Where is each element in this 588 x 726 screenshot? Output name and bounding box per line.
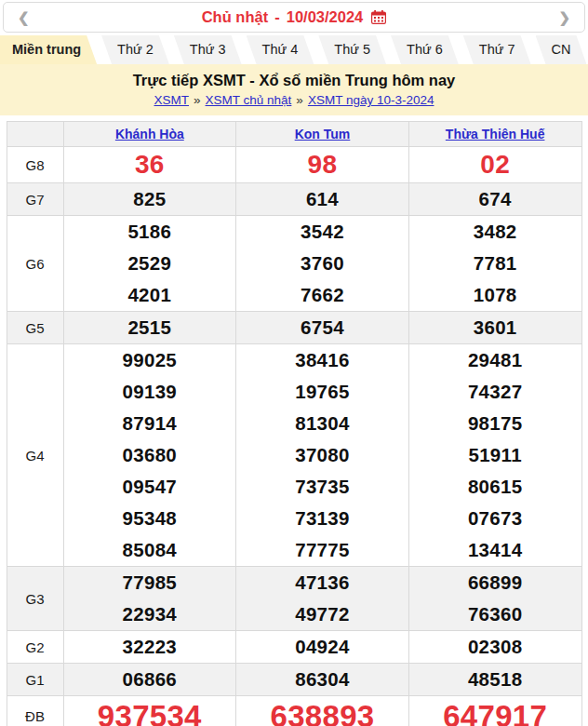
result-value: 37080	[236, 439, 408, 471]
result-cell: 3601	[408, 312, 581, 344]
prize-row-g2: G2322230492402308	[7, 631, 581, 664]
tab-thứ-7[interactable]: Thứ 7	[463, 35, 531, 64]
result-value: 66899	[409, 567, 581, 598]
result-value: 76360	[409, 598, 581, 630]
tab-thứ-3[interactable]: Thứ 3	[174, 35, 242, 64]
result-cell: 29481743279817551911806150767313414	[408, 344, 581, 567]
result-value: 03680	[64, 439, 236, 471]
tab-thứ-2[interactable]: Thứ 2	[101, 35, 169, 64]
prize-label: G3	[7, 567, 63, 631]
date-separator: -	[274, 8, 280, 26]
tab-cn[interactable]: CN	[536, 35, 587, 64]
prize-row-g8: G8369802	[7, 147, 581, 183]
province-link[interactable]: Thừa Thiên Huế	[446, 127, 545, 141]
result-value: 98175	[409, 408, 581, 439]
result-value: 29481	[409, 344, 581, 376]
prize-label: ĐB	[7, 696, 63, 726]
result-value: 3601	[409, 312, 581, 343]
prize-row-g7: G7825614674	[7, 183, 581, 216]
province-link[interactable]: Kon Tum	[295, 127, 351, 141]
breadcrumb-link[interactable]: XSMT	[154, 93, 190, 107]
prev-day-arrow-icon[interactable]: ❮	[18, 9, 30, 26]
result-cell: 937534	[63, 696, 236, 726]
tab-thứ-4[interactable]: Thứ 4	[247, 35, 314, 64]
prize-label: G2	[7, 631, 63, 664]
prize-label: G8	[7, 147, 63, 183]
result-value: 937534	[64, 696, 236, 726]
prize-label: G6	[7, 216, 63, 312]
prize-row-g5: G5251567543601	[7, 312, 581, 344]
result-value: 38416	[236, 344, 408, 376]
next-day-arrow-icon[interactable]: ❯	[558, 9, 570, 26]
result-value: 614	[236, 183, 408, 215]
result-value: 77985	[64, 567, 236, 598]
result-value: 06866	[64, 664, 236, 695]
prize-row-g1: G1068668630448518	[7, 664, 581, 696]
result-value: 02	[409, 147, 581, 182]
result-cell: 36	[63, 147, 236, 183]
result-value: 86304	[236, 664, 408, 695]
results-body: G8369802G7825614674G65186252942013542376…	[7, 147, 581, 726]
result-value: 3542	[236, 216, 408, 248]
result-value: 09139	[64, 376, 236, 408]
result-cell: 98	[236, 147, 409, 183]
prize-row-g3: G3779852293447136497726689976360	[7, 567, 581, 631]
corner-cell	[7, 122, 63, 147]
result-value: 85084	[64, 534, 236, 566]
result-value: 825	[64, 183, 236, 215]
title-band: Trực tiếp XSMT - Xổ số miền Trung hôm na…	[0, 64, 588, 115]
tab-miền-trung[interactable]: Miền trung	[0, 35, 97, 64]
result-value: 87914	[64, 408, 236, 439]
result-cell: 99025091398791403680095479534885084	[63, 344, 236, 567]
result-cell: 02308	[408, 631, 581, 664]
province-link[interactable]: Khánh Hòa	[115, 127, 184, 141]
result-value: 73735	[236, 471, 408, 503]
result-cell: 6754	[236, 312, 409, 344]
result-cell: 348277811078	[408, 216, 581, 312]
breadcrumb: XSMT»XSMT chủ nhật»XSMT ngày 10-3-2024	[0, 93, 588, 107]
prize-label: G1	[7, 664, 63, 696]
result-value: 02308	[409, 631, 581, 663]
result-value: 95348	[64, 503, 236, 534]
result-value: 73139	[236, 503, 408, 534]
result-value: 674	[409, 183, 581, 215]
result-value: 2529	[64, 248, 236, 279]
result-value: 48518	[409, 664, 581, 695]
result-cell: 04924	[236, 631, 409, 664]
prize-label: G4	[7, 344, 63, 567]
result-cell: 48518	[408, 664, 581, 696]
tab-thứ-5[interactable]: Thứ 5	[318, 35, 386, 64]
result-value: 5186	[64, 216, 236, 248]
result-cell: 02	[408, 147, 581, 183]
breadcrumb-link[interactable]: XSMT ngày 10-3-2024	[308, 93, 434, 107]
tab-bar: Miền trungThứ 2Thứ 3Thứ 4Thứ 5Thứ 6Thứ 7…	[0, 35, 588, 64]
calendar-icon[interactable]	[371, 10, 386, 24]
result-value: 6754	[236, 312, 408, 343]
result-cell: 674	[408, 183, 581, 216]
result-value: 4201	[64, 279, 236, 311]
result-value: 80615	[409, 471, 581, 503]
breadcrumb-separator: »	[296, 93, 303, 107]
result-cell: 32223	[63, 631, 236, 664]
result-value: 19765	[236, 376, 408, 408]
prize-row-g4: G499025091398791403680095479534885084384…	[7, 344, 581, 567]
results-table: Khánh HòaKon TumThừa Thiên Huế G8369802G…	[7, 121, 582, 726]
result-value: 07673	[409, 503, 581, 534]
result-cell: 354237607662	[236, 216, 409, 312]
result-value: 51911	[409, 439, 581, 471]
result-cell: 647917	[408, 696, 581, 726]
result-value: 04924	[236, 631, 408, 663]
result-cell: 38416197658130437080737357313977775	[236, 344, 409, 567]
result-cell: 825	[63, 183, 236, 216]
result-value: 3482	[409, 216, 581, 248]
date-value: 10/03/2024	[287, 8, 364, 26]
prize-label: G7	[7, 183, 63, 216]
result-value: 74327	[409, 376, 581, 408]
result-value: 81304	[236, 408, 408, 439]
result-cell: 518625294201	[63, 216, 236, 312]
tab-thứ-6[interactable]: Thứ 6	[391, 35, 459, 64]
result-value: 47136	[236, 567, 408, 598]
result-cell: 06866	[63, 664, 236, 696]
breadcrumb-link[interactable]: XSMT chủ nhật	[206, 93, 292, 107]
date-navigator: ❮ Chủ nhật - 10/03/2024 ❯	[3, 2, 585, 33]
